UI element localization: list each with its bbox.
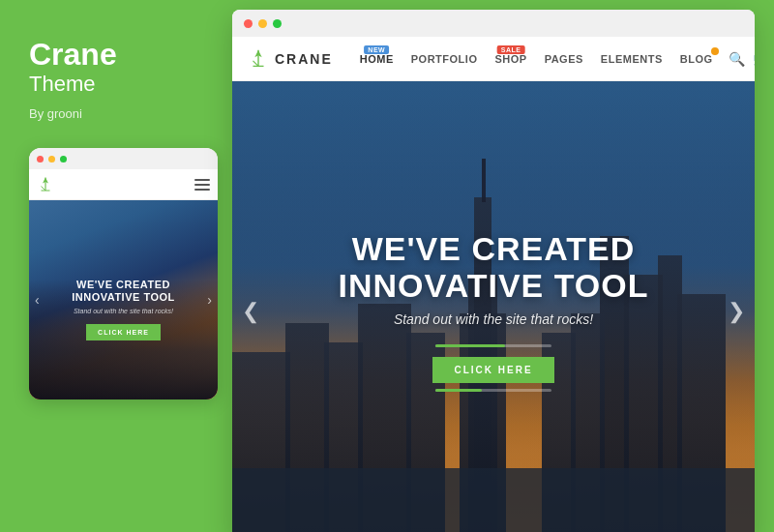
desktop-hero-headline: WE'VE CREATED INNOVATIVE TOOL	[338, 231, 648, 304]
mobile-top-bar	[29, 148, 218, 169]
svg-line-3	[42, 186, 46, 191]
desktop-cta-button[interactable]: CLICK HERE	[432, 357, 553, 383]
mobile-hero-subheadline: Stand out with the site that rocks!	[72, 308, 175, 314]
nav-notification-dot	[711, 47, 719, 55]
desktop-nav-logo: CRANE	[248, 48, 333, 70]
mobile-hero: WE'VE CREATED INNOVATIVE TOOL Stand out …	[29, 200, 218, 399]
app-author: By grooni	[29, 106, 82, 121]
mobile-prev-arrow-icon[interactable]: ‹	[35, 292, 40, 308]
nav-item-home[interactable]: NEW HOME	[352, 49, 402, 69]
nav-badge-sale: SALE	[497, 45, 525, 54]
mobile-next-arrow-icon[interactable]: ›	[207, 292, 212, 308]
mobile-mockup: WE'VE CREATED INNOVATIVE TOOL Stand out …	[29, 148, 218, 399]
left-panel: Crane Theme By grooni WE'VE CR	[0, 0, 232, 532]
search-icon[interactable]: 🔍	[729, 51, 745, 67]
mobile-cta-button[interactable]: CLICK HERE	[86, 324, 161, 340]
mobile-dot-green	[60, 156, 67, 163]
nav-item-blog[interactable]: BLOG	[672, 49, 721, 69]
desktop-site-nav: CRANE NEW HOME PORTFOLIO SALE SHOP PAGES…	[232, 37, 755, 81]
desktop-hero-content: WE'VE CREATED INNOVATIVE TOOL Stand out …	[232, 81, 755, 532]
hamburger-menu-icon[interactable]	[194, 179, 210, 191]
desktop-nav-items: NEW HOME PORTFOLIO SALE SHOP PAGES ELEME…	[352, 49, 721, 69]
mobile-hero-headline: WE'VE CREATED INNOVATIVE TOOL	[72, 279, 175, 304]
nav-item-pages[interactable]: PAGES	[537, 49, 591, 69]
mobile-dot-yellow	[48, 156, 55, 163]
desktop-dot-red	[244, 19, 253, 28]
desktop-prev-arrow-icon[interactable]: ❮	[242, 301, 259, 322]
app-subtitle: Theme	[29, 74, 95, 95]
desktop-hero: WE'VE CREATED INNOVATIVE TOOL Stand out …	[232, 81, 755, 532]
mobile-crane-logo-icon	[37, 176, 54, 193]
desktop-dot-yellow	[258, 19, 267, 28]
nav-item-elements[interactable]: ELEMENTS	[593, 49, 670, 69]
mobile-dot-red	[37, 156, 44, 163]
desktop-cta-wrap: CLICK HERE	[432, 344, 553, 392]
desktop-nav-logo-text: CRANE	[275, 51, 333, 67]
nav-item-portfolio[interactable]: PORTFOLIO	[403, 49, 486, 69]
mobile-nav	[29, 169, 218, 200]
cart-icon[interactable]: 🛒	[753, 51, 755, 67]
desktop-hero-subheadline: Stand out with the site that rocks!	[394, 311, 593, 327]
desktop-progress-line-bottom	[435, 389, 551, 392]
desktop-dot-green	[273, 19, 282, 28]
mobile-hero-text: WE'VE CREATED INNOVATIVE TOOL Stand out …	[62, 279, 185, 314]
nav-icons: 🔍 🛒	[729, 51, 755, 67]
desktop-top-bar	[232, 10, 755, 37]
desktop-progress-line-top	[435, 344, 551, 347]
app-title: Crane	[29, 39, 117, 70]
nav-badge-new: NEW	[364, 45, 389, 54]
desktop-mockup: CRANE NEW HOME PORTFOLIO SALE SHOP PAGES…	[232, 10, 755, 532]
desktop-crane-logo-icon	[248, 48, 269, 70]
svg-line-7	[253, 60, 259, 66]
desktop-next-arrow-icon[interactable]: ❯	[728, 301, 745, 322]
nav-item-shop[interactable]: SALE SHOP	[487, 49, 534, 69]
